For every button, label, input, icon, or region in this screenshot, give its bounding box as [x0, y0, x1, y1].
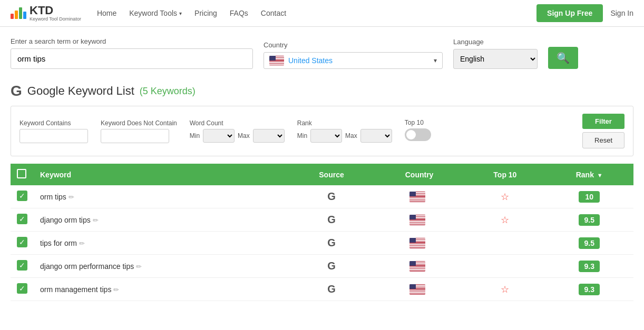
- keyword-list-title: G Google Keyword List (5 Keywords): [11, 83, 633, 99]
- edit-icon[interactable]: ✏: [113, 286, 119, 294]
- kw-not-contain-input[interactable]: [101, 129, 169, 143]
- keyword-section: G Google Keyword List (5 Keywords) Keywo…: [0, 74, 644, 301]
- keyword-table: Keyword Source Country Top 10 Rank ▼ orm…: [11, 164, 633, 301]
- keyword-text: orm management tips: [40, 285, 111, 294]
- table-row: orm tips✏G☆10: [11, 185, 633, 208]
- keyword-tbody: orm tips✏G☆10django orm tips✏G☆9.5tips f…: [11, 185, 633, 301]
- th-top10[interactable]: Top 10: [465, 164, 545, 185]
- kw-contains-label: Keyword Contains: [19, 119, 88, 127]
- language-select[interactable]: English Spanish French German: [453, 49, 538, 69]
- filter-kw-not-contain: Keyword Does Not Contain: [101, 119, 177, 143]
- row-check-icon[interactable]: [17, 283, 27, 294]
- nav-contact[interactable]: Contact: [261, 9, 286, 17]
- signup-button[interactable]: Sign Up Free: [536, 4, 603, 22]
- edit-icon[interactable]: ✏: [69, 193, 74, 201]
- search-input[interactable]: [11, 48, 253, 69]
- rank-max-select[interactable]: 5910: [360, 129, 392, 143]
- row-keyword: django orm performance tips✏: [34, 255, 289, 278]
- country-field: Country United States ▾: [264, 41, 443, 69]
- word-count-max-select[interactable]: 357: [253, 129, 285, 143]
- signin-button[interactable]: Sign In: [610, 9, 633, 17]
- reset-button[interactable]: Reset: [582, 132, 625, 148]
- row-flag-icon: [409, 238, 425, 248]
- word-count-minmax: Min 123 Max 357: [190, 129, 285, 143]
- search-label: Enter a search term or keyword: [11, 37, 253, 45]
- rank-badge: 9.5: [579, 214, 600, 226]
- row-top10: ☆: [465, 208, 545, 232]
- star-icon: ☆: [501, 284, 509, 295]
- filter-rank: Rank Min 159 Max 5910: [297, 119, 392, 143]
- nav-pricing[interactable]: Pricing: [194, 9, 217, 17]
- rank-badge: 9.5: [579, 237, 600, 249]
- logo-bar-3: [19, 7, 22, 19]
- th-check[interactable]: [11, 164, 34, 185]
- row-rank: 10: [545, 185, 633, 208]
- language-label: Language: [453, 38, 538, 46]
- row-country: [374, 185, 465, 208]
- keyword-text: django orm tips: [40, 216, 91, 224]
- row-source: G: [289, 208, 374, 232]
- row-checkbox-cell[interactable]: [11, 185, 34, 208]
- filter-kw-contains: Keyword Contains: [19, 119, 88, 143]
- rank-min-select[interactable]: 159: [310, 129, 342, 143]
- us-flag-icon: [269, 56, 284, 65]
- word-count-min-select[interactable]: 123: [203, 129, 235, 143]
- row-check-icon[interactable]: [17, 191, 27, 201]
- nav-right: Sign Up Free Sign In: [536, 4, 633, 22]
- row-keyword: orm tips✏: [34, 185, 289, 208]
- edit-icon[interactable]: ✏: [93, 216, 99, 224]
- row-check-icon[interactable]: [17, 237, 27, 247]
- row-check-icon[interactable]: [17, 260, 27, 271]
- row-keyword: tips for orm✏: [34, 232, 289, 255]
- rank-badge: 10: [579, 191, 600, 203]
- row-keyword: orm management tips✏: [34, 278, 289, 301]
- th-source[interactable]: Source: [289, 164, 374, 185]
- logo-icon: [11, 7, 26, 19]
- nav-links: Home Keyword Tools ▾ Pricing FAQs Contac…: [97, 9, 536, 17]
- header-checkbox[interactable]: [17, 169, 26, 178]
- row-checkbox-cell[interactable]: [11, 208, 34, 232]
- row-flag-icon: [409, 261, 425, 272]
- edit-icon[interactable]: ✏: [136, 263, 142, 271]
- row-checkbox-cell[interactable]: [11, 278, 34, 301]
- th-keyword[interactable]: Keyword: [34, 164, 289, 185]
- row-checkbox-cell[interactable]: [11, 232, 34, 255]
- table-row: tips for orm✏G9.5: [11, 232, 633, 255]
- th-rank[interactable]: Rank ▼: [545, 164, 633, 185]
- edit-icon[interactable]: ✏: [79, 239, 85, 247]
- search-button[interactable]: 🔍: [548, 47, 578, 69]
- toggle-slider: [405, 128, 431, 141]
- th-country[interactable]: Country: [374, 164, 465, 185]
- min-label: Min: [190, 132, 200, 139]
- nav-faqs[interactable]: FAQs: [230, 9, 248, 17]
- logo-text-area: KTD Keyword Tool Dominator: [30, 4, 81, 22]
- star-icon: ☆: [501, 215, 509, 225]
- word-count-label: Word Count: [190, 119, 285, 127]
- keyword-text: orm tips: [40, 193, 66, 201]
- google-source-icon: G: [327, 237, 336, 248]
- nav-home[interactable]: Home: [97, 9, 116, 17]
- top10-toggle[interactable]: [405, 128, 431, 141]
- sort-icon: ▼: [597, 172, 603, 178]
- keyword-count: (5 Keywords): [140, 86, 196, 97]
- row-checkbox-cell[interactable]: [11, 255, 34, 278]
- row-country: [374, 232, 465, 255]
- keyword-text: tips for orm: [40, 239, 77, 247]
- row-source: G: [289, 278, 374, 301]
- filter-button[interactable]: Filter: [582, 114, 625, 129]
- row-check-icon[interactable]: [17, 214, 27, 224]
- nav-keyword-tools[interactable]: Keyword Tools ▾: [129, 9, 182, 17]
- filter-word-count: Word Count Min 123 Max 357: [190, 119, 285, 143]
- country-select[interactable]: United States ▾: [264, 52, 443, 69]
- kw-contains-input[interactable]: [19, 129, 88, 143]
- row-rank: 9.3: [545, 255, 633, 278]
- row-source: G: [289, 232, 374, 255]
- filter-bar: Keyword Contains Keyword Does Not Contai…: [11, 106, 633, 156]
- row-flag-icon: [409, 192, 425, 202]
- row-top10: ☆: [465, 278, 545, 301]
- row-rank: 9.5: [545, 208, 633, 232]
- row-top10: [465, 232, 545, 255]
- row-country: [374, 255, 465, 278]
- row-rank: 9.3: [545, 278, 633, 301]
- google-source-icon: G: [327, 191, 336, 202]
